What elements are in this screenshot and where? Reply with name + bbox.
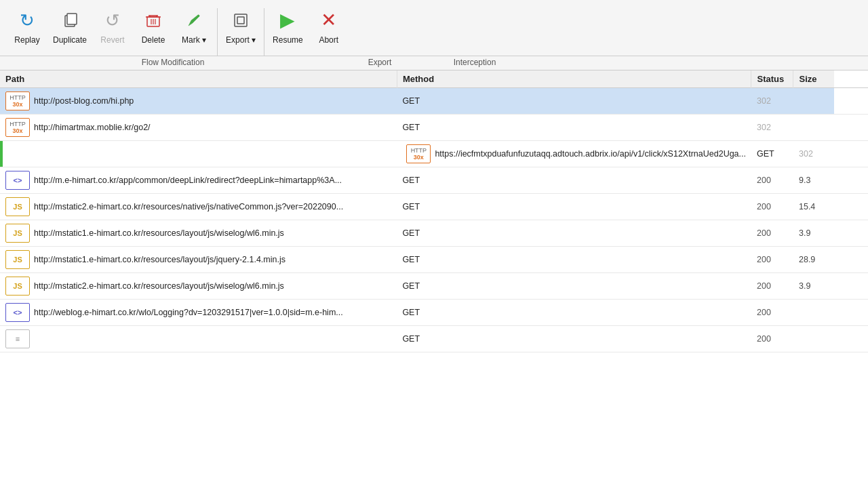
badge-main: <>	[14, 176, 22, 184]
badge-main: 30x	[12, 127, 22, 134]
path-cell: ≡	[0, 326, 397, 352]
path-text: http://weblog.e-himart.co.kr/wlo/Logging…	[34, 308, 343, 317]
abort-icon: ✕	[321, 8, 336, 33]
method-cell: GET	[397, 247, 751, 273]
table-row[interactable]: <>http://m.e-himart.co.kr/app/common/dee…	[0, 167, 868, 194]
badge-main: <>	[14, 308, 22, 317]
type-badge: <>	[5, 171, 30, 190]
status-cell: 200	[751, 194, 793, 220]
path-text: http://himartmax.moblie.kr/go2/	[34, 123, 151, 132]
column-path: Path	[0, 70, 397, 88]
duplicate-button[interactable]: Duplicate	[47, 5, 92, 47]
svg-rect-11	[235, 14, 247, 26]
interception-group: ▶ Resume ✕ Abort	[267, 5, 349, 47]
column-size: Size	[793, 70, 834, 88]
type-badge: <>	[5, 303, 30, 322]
export-label-section: Export	[339, 56, 420, 70]
path-text: https://iecfmtxpduafunfuzutaqq.adtouch.a…	[435, 149, 746, 159]
section-labels: Flow Modification Export Interception	[0, 56, 868, 70]
table-row[interactable]: HTTP30xhttps://iecfmtxpduafunfuzutaqq.ad…	[0, 141, 868, 167]
status-cell: 200	[751, 273, 793, 300]
size-cell	[834, 141, 868, 167]
badge-main: ≡	[16, 335, 20, 343]
path-cell: JShttp://mstatic1.e-himart.co.kr/resourc…	[0, 220, 397, 247]
status-cell: 200	[751, 247, 793, 273]
path-cell: JShttp://mstatic2.e-himart.co.kr/resourc…	[0, 194, 397, 220]
delete-label: Delete	[142, 35, 165, 45]
table-header-row: Path Method Status Size	[0, 70, 868, 88]
svg-rect-12	[237, 17, 244, 24]
export-button[interactable]: Export ▾	[220, 5, 261, 47]
status-cell: 200	[751, 326, 793, 352]
path-cell: HTTP30xhttp://post-blog.com/hi.php	[0, 88, 397, 115]
revert-label: Revert	[100, 35, 124, 45]
table-row[interactable]: JShttp://mstatic1.e-himart.co.kr/resourc…	[0, 247, 868, 273]
status-cell: 200	[751, 167, 793, 194]
abort-button[interactable]: ✕ Abort	[309, 5, 349, 47]
path-text: http://mstatic1.e-himart.co.kr/resources…	[34, 255, 285, 264]
requests-table: Path Method Status Size HTTP30xhttp://po…	[0, 70, 868, 352]
method-cell: GET	[397, 273, 751, 300]
method-cell: GET	[397, 300, 751, 326]
replay-button[interactable]: ↻ Replay	[7, 5, 47, 47]
requests-table-container: Path Method Status Size HTTP30xhttp://po…	[0, 70, 868, 460]
type-badge: HTTP30x	[5, 118, 30, 137]
mark-icon	[184, 8, 203, 33]
size-cell: 3.9	[793, 220, 834, 247]
path-text: http://post-blog.com/hi.php	[34, 96, 134, 106]
path-cell: JShttp://mstatic2.e-himart.co.kr/resourc…	[0, 273, 397, 300]
table-body: HTTP30xhttp://post-blog.com/hi.phpGET302…	[0, 88, 868, 352]
size-cell: 3.9	[793, 273, 834, 300]
path-text: http://mstatic2.e-himart.co.kr/resources…	[34, 202, 343, 211]
table-row[interactable]: JShttp://mstatic1.e-himart.co.kr/resourc…	[0, 220, 868, 247]
type-badge: JS	[5, 277, 30, 296]
resume-label: Resume	[273, 35, 303, 45]
interception-label: Interception	[420, 56, 529, 70]
table-row[interactable]: JShttp://mstatic2.e-himart.co.kr/resourc…	[0, 194, 868, 220]
method-cell: GET	[397, 115, 751, 141]
svg-line-10	[198, 15, 199, 16]
flow-modification-label: Flow Modification	[7, 56, 339, 70]
size-cell	[793, 326, 834, 352]
size-cell	[793, 300, 834, 326]
table-row[interactable]: <>http://weblog.e-himart.co.kr/wlo/Loggi…	[0, 300, 868, 326]
table-row[interactable]: JShttp://mstatic2.e-himart.co.kr/resourc…	[0, 273, 868, 300]
path-text: http://mstatic1.e-himart.co.kr/resources…	[34, 228, 284, 238]
size-cell	[793, 88, 834, 115]
type-badge: JS	[5, 197, 30, 216]
green-bar	[0, 141, 3, 167]
badge-main: JS	[13, 229, 22, 237]
abort-label: Abort	[319, 35, 338, 45]
table-row[interactable]: HTTP30xhttp://post-blog.com/hi.phpGET302	[0, 88, 868, 115]
path-cell: HTTP30xhttps://iecfmtxpduafunfuzutaqq.ad…	[397, 141, 751, 167]
status-cell: 200	[751, 220, 793, 247]
path-cell: HTTP30xhttp://himartmax.moblie.kr/go2/	[0, 115, 397, 141]
status-cell: 302	[751, 88, 793, 115]
column-status: Status	[751, 70, 793, 88]
badge-main: JS	[13, 256, 22, 264]
path-text: http://m.e-himart.co.kr/app/common/deepL…	[34, 176, 342, 185]
resume-icon: ▶	[280, 8, 295, 33]
column-method: Method	[397, 70, 751, 88]
resume-button[interactable]: ▶ Resume	[267, 5, 309, 47]
badge-main: JS	[13, 282, 22, 290]
path-cell: JShttp://mstatic1.e-himart.co.kr/resourc…	[0, 247, 397, 273]
table-row[interactable]: HTTP30xhttp://himartmax.moblie.kr/go2/GE…	[0, 115, 868, 141]
method-cell: GET	[751, 141, 793, 167]
type-badge: JS	[5, 250, 30, 269]
badge-main: JS	[13, 203, 22, 211]
mark-button[interactable]: Mark ▾	[174, 5, 214, 47]
revert-icon: ↺	[105, 8, 120, 33]
table-row[interactable]: ≡GET200	[0, 326, 868, 352]
delete-button[interactable]: Delete	[133, 5, 174, 47]
replay-icon: ↻	[20, 8, 35, 33]
type-badge: HTTP30x	[406, 144, 431, 163]
export-label: Export ▾	[226, 35, 256, 45]
path-cell: <>http://m.e-himart.co.kr/app/common/dee…	[0, 167, 397, 194]
mark-label: Mark ▾	[182, 35, 206, 45]
export-group: Export ▾	[220, 5, 261, 47]
size-cell: 15.4	[793, 194, 834, 220]
revert-button[interactable]: ↺ Revert	[92, 5, 133, 47]
status-cell: 302	[751, 115, 793, 141]
type-badge: HTTP30x	[5, 92, 30, 110]
